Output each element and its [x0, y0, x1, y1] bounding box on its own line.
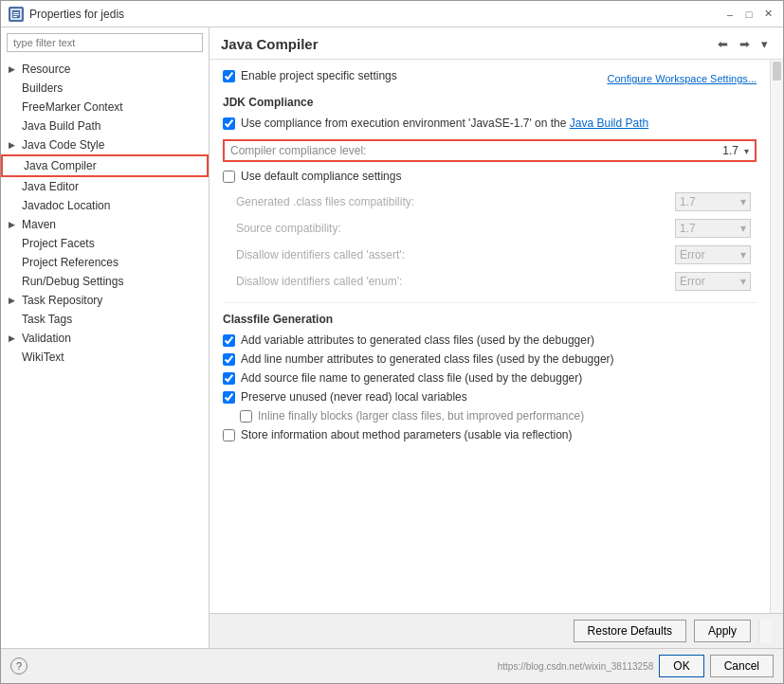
close-button[interactable]: ✕ [760, 7, 775, 22]
title-bar-left: Properties for jedis [9, 7, 124, 22]
disallow-assert-label: Disallow identifiers called 'assert': [228, 248, 675, 261]
source-compat-value: 1.7 [680, 222, 696, 235]
java-build-path-link[interactable]: Java Build Path [570, 117, 648, 130]
title-bar: Properties for jedis – □ ✕ [1, 1, 783, 27]
minimize-button[interactable]: – [722, 7, 738, 22]
compiler-compliance-row: Compiler compliance level: 1.7 ▾ [223, 139, 757, 162]
add-source-label: Add source file name to generated class … [241, 371, 582, 385]
svg-rect-2 [13, 14, 19, 15]
sidebar-item-label: Task Tags [22, 313, 72, 326]
properties-window: Properties for jedis – □ ✕ ▶ Resource Bu… [0, 0, 784, 684]
sidebar-item-label: WikiText [22, 351, 64, 364]
classfile-header: Classfile Generation [223, 313, 757, 326]
restore-defaults-button[interactable]: Restore Defaults [574, 620, 686, 642]
add-source-row: Add source file name to generated class … [223, 371, 757, 385]
ok-button[interactable]: OK [659, 655, 703, 677]
main-header: Java Compiler ⬅ ➡ ▾ [210, 27, 783, 60]
sidebar-item-java-code-style[interactable]: ▶ Java Code Style [1, 135, 209, 154]
sidebar-item-validation[interactable]: ▶ Validation [1, 329, 209, 348]
sidebar-item-java-editor[interactable]: Java Editor [1, 177, 209, 196]
enable-specific-checkbox-row: Enable project specific settings [223, 69, 397, 82]
sidebar-item-label: Task Repository [22, 294, 102, 307]
title-bar-controls: – □ ✕ [722, 7, 775, 22]
sidebar-item-label: Project References [22, 256, 119, 269]
sidebar-item-project-references[interactable]: Project References [1, 253, 209, 272]
use-default-row: Use default compliance settings [223, 170, 757, 183]
add-line-checkbox[interactable] [223, 353, 235, 366]
sidebar-item-label: Maven [22, 218, 56, 231]
compliance-dropdown-arrow[interactable]: ▾ [744, 146, 749, 156]
sidebar-tree: ▶ Resource Builders FreeMarker Context J… [1, 58, 209, 648]
enable-specific-checkbox[interactable] [223, 70, 235, 82]
preserve-unused-row: Preserve unused (never read) local varia… [223, 390, 757, 404]
menu-button[interactable]: ▾ [757, 35, 772, 53]
sidebar-item-label: FreeMarker Context [22, 100, 123, 114]
sidebar-item-builders[interactable]: Builders [1, 79, 209, 98]
scrollbar-stub [758, 620, 772, 642]
inline-finally-checkbox[interactable] [240, 410, 252, 423]
preserve-unused-checkbox[interactable] [223, 391, 235, 404]
add-source-checkbox[interactable] [223, 372, 235, 385]
use-default-checkbox[interactable] [223, 171, 235, 183]
sidebar-item-java-build-path[interactable]: Java Build Path [1, 117, 209, 135]
sidebar-item-freemarker[interactable]: FreeMarker Context [1, 98, 209, 117]
generated-class-dropdown[interactable]: 1.7 ▾ [675, 192, 751, 211]
use-default-label: Use default compliance settings [241, 170, 401, 183]
sidebar-item-run-debug[interactable]: Run/Debug Settings [1, 272, 209, 291]
disallow-assert-arrow: ▾ [740, 248, 746, 261]
source-compat-row: Source compatibility: 1.7 ▾ [223, 217, 757, 240]
content-scroll: Enable project specific settings Configu… [210, 60, 783, 613]
filter-input[interactable] [7, 33, 203, 52]
inline-finally-row: Inline finally blocks (larger class file… [223, 409, 757, 423]
add-variable-row: Add variable attributes to generated cla… [223, 333, 757, 347]
svg-rect-1 [13, 12, 19, 13]
apply-button[interactable]: Apply [694, 620, 751, 642]
window-title: Properties for jedis [29, 8, 124, 21]
use-compliance-checkbox[interactable] [223, 117, 235, 130]
disallow-enum-row: Disallow identifiers called 'enum': Erro… [223, 270, 757, 293]
preserve-unused-label: Preserve unused (never read) local varia… [241, 390, 467, 404]
store-info-checkbox[interactable] [223, 429, 235, 441]
sidebar-item-label: Run/Debug Settings [22, 275, 123, 288]
sidebar-item-label: Builders [22, 81, 63, 95]
store-info-label: Store information about method parameter… [241, 428, 573, 441]
expand-arrow: ▶ [9, 220, 18, 229]
generated-class-label: Generated .class files compatibility: [228, 195, 675, 208]
sidebar-item-task-tags[interactable]: Task Tags [1, 310, 209, 329]
classfile-section: Classfile Generation Add variable attrib… [223, 313, 757, 441]
expand-arrow: ▶ [9, 296, 18, 305]
sidebar-item-wikitext[interactable]: WikiText [1, 348, 209, 367]
expand-arrow: ▶ [9, 140, 18, 150]
help-button[interactable]: ? [10, 657, 27, 675]
back-button[interactable]: ⬅ [714, 35, 732, 53]
disallow-assert-dropdown[interactable]: Error ▾ [675, 245, 751, 264]
main-panel: Java Compiler ⬅ ➡ ▾ Enable project spe [210, 27, 783, 648]
disallow-enum-value: Error [680, 275, 705, 288]
section-divider [223, 302, 757, 303]
header-icons: ⬅ ➡ ▾ [714, 35, 772, 53]
sidebar-item-maven[interactable]: ▶ Maven [1, 215, 209, 234]
maximize-button[interactable]: □ [741, 7, 757, 22]
add-line-row: Add line number attributes to generated … [223, 352, 757, 366]
window-icon [9, 7, 24, 22]
compiler-compliance-value: 1.7 [722, 144, 738, 157]
use-compliance-text: Use compliance from execution environmen… [241, 117, 648, 130]
sidebar-item-label: Project Facets [22, 237, 95, 250]
forward-button[interactable]: ➡ [736, 35, 754, 53]
svg-rect-3 [13, 16, 17, 17]
jdk-compliance-section: JDK Compliance Use compliance from execu… [223, 96, 757, 130]
sidebar-item-project-facets[interactable]: Project Facets [1, 234, 209, 253]
sidebar-item-label: Resource [22, 63, 70, 76]
add-variable-checkbox[interactable] [223, 334, 235, 347]
source-compat-dropdown[interactable]: 1.7 ▾ [675, 219, 751, 238]
enable-settings-row: Enable project specific settings Configu… [223, 69, 757, 88]
sidebar-item-java-compiler[interactable]: Java Compiler [1, 154, 209, 177]
cancel-button[interactable]: Cancel [710, 655, 774, 677]
vertical-scrollbar[interactable] [770, 60, 783, 613]
disallow-enum-arrow: ▾ [740, 275, 746, 288]
sidebar-item-resource[interactable]: ▶ Resource [1, 60, 209, 79]
sidebar-item-task-repository[interactable]: ▶ Task Repository [1, 291, 209, 310]
disallow-enum-dropdown[interactable]: Error ▾ [675, 272, 751, 291]
configure-workspace-link[interactable]: Configure Workspace Settings... [607, 73, 757, 84]
sidebar-item-javadoc[interactable]: Javadoc Location [1, 196, 209, 215]
